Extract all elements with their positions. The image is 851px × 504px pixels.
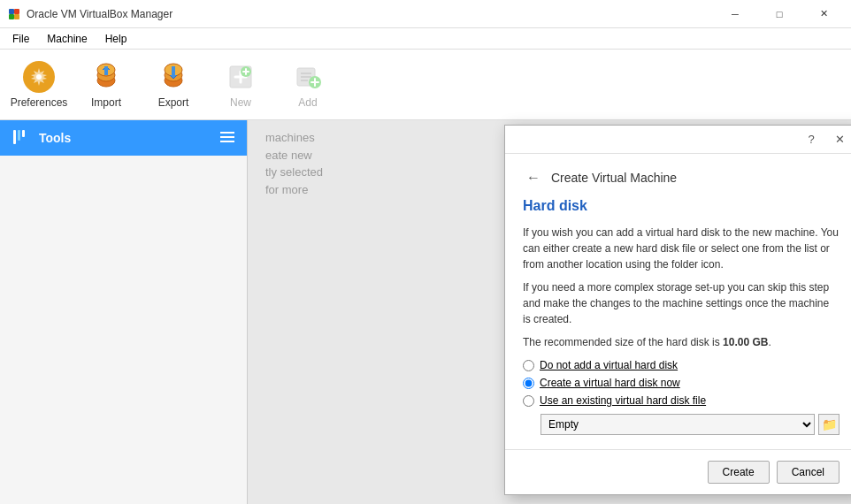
- dialog-nav-title: Create Virtual Machine: [551, 171, 677, 185]
- svg-rect-12: [172, 66, 175, 75]
- menu-bar: File Machine Help: [0, 28, 851, 50]
- dialog-body: ← Create Virtual Machine Hard disk If yo…: [505, 154, 851, 449]
- svg-rect-0: [9, 9, 14, 14]
- add-label: Add: [298, 96, 317, 109]
- preferences-button[interactable]: Preferences: [7, 54, 71, 116]
- sidebar: Tools: [0, 120, 248, 504]
- radio-existing-disk-label[interactable]: Use an existing virtual hard disk file: [540, 394, 706, 407]
- export-label: Export: [158, 96, 189, 109]
- svg-rect-25: [220, 141, 234, 142]
- create-vm-dialog: ? ✕ ← Create Virtual Machine Hard disk I…: [504, 125, 851, 495]
- tools-icon: [11, 126, 32, 150]
- preferences-icon: [23, 61, 55, 93]
- new-icon: [225, 61, 257, 93]
- dialog-para3: The recommended size of the hard disk is…: [523, 334, 840, 350]
- new-label: New: [230, 96, 251, 109]
- dialog-nav: ← Create Virtual Machine: [523, 168, 840, 187]
- radio-no-disk: Do not add a virtual hard disk: [523, 359, 840, 371]
- import-label: Import: [91, 96, 121, 109]
- radio-create-disk-input[interactable]: [523, 378, 534, 389]
- preferences-label: Preferences: [11, 96, 68, 109]
- content-area: machines eate new tly selected for more …: [248, 120, 851, 504]
- radio-existing-disk: Use an existing virtual hard disk file: [523, 394, 840, 407]
- dialog-para1: If you wish you can add a virtual hard d…: [523, 225, 840, 272]
- sidebar-header: Tools: [0, 120, 247, 156]
- title-bar: Oracle VM VirtualBox Manager ─ □ ✕: [0, 0, 851, 28]
- svg-rect-21: [18, 130, 20, 141]
- para3-suffix: .: [768, 336, 770, 348]
- para3-prefix: The recommended size of the hard disk is: [523, 336, 723, 348]
- disk-file-select[interactable]: Empty: [540, 414, 815, 435]
- menu-help[interactable]: Help: [96, 28, 136, 49]
- disk-file-row: Empty 📁: [540, 414, 840, 435]
- svg-rect-20: [13, 130, 16, 144]
- add-icon: [292, 61, 324, 93]
- window-controls: ─ □ ✕: [715, 0, 844, 28]
- toolbar: Preferences Import Export: [0, 50, 851, 120]
- folder-browse-button[interactable]: 📁: [818, 414, 840, 435]
- para3-size: 10.00 GB: [723, 336, 768, 348]
- import-button[interactable]: Import: [74, 54, 138, 116]
- dialog-para2: If you need a more complex storage set-u…: [523, 279, 840, 327]
- minimize-button[interactable]: ─: [715, 0, 755, 28]
- dialog-help-button[interactable]: ?: [801, 129, 822, 150]
- new-button[interactable]: New: [209, 54, 272, 116]
- cancel-button[interactable]: Cancel: [777, 461, 840, 484]
- create-button[interactable]: Create: [708, 461, 770, 484]
- radio-no-disk-label[interactable]: Do not add a virtual hard disk: [540, 359, 678, 371]
- sidebar-title: Tools: [39, 131, 71, 145]
- svg-rect-24: [220, 136, 234, 138]
- radio-create-disk-label[interactable]: Create a virtual hard disk now: [540, 377, 680, 389]
- dialog-section-title: Hard disk: [523, 198, 840, 214]
- export-button[interactable]: Export: [142, 54, 205, 116]
- svg-rect-2: [9, 14, 14, 19]
- add-button[interactable]: Add: [276, 54, 340, 116]
- radio-existing-disk-input[interactable]: [523, 395, 534, 407]
- folder-icon: 📁: [822, 417, 837, 431]
- export-icon: [157, 61, 189, 93]
- radio-no-disk-input[interactable]: [523, 360, 534, 371]
- dialog-footer: Create Cancel: [505, 449, 851, 494]
- dialog-overlay: ? ✕ ← Create Virtual Machine Hard disk I…: [248, 120, 851, 504]
- svg-rect-3: [14, 14, 19, 19]
- dialog-close-button[interactable]: ✕: [829, 129, 850, 150]
- svg-rect-8: [104, 66, 108, 75]
- maximize-button[interactable]: □: [759, 0, 800, 28]
- close-button[interactable]: ✕: [803, 0, 844, 28]
- dialog-titlebar: ? ✕: [505, 126, 851, 154]
- svg-rect-22: [22, 130, 25, 137]
- radio-create-disk: Create a virtual hard disk now: [523, 377, 840, 389]
- app-icon: [7, 7, 21, 21]
- svg-rect-23: [220, 132, 234, 134]
- svg-rect-1: [14, 9, 19, 14]
- menu-machine[interactable]: Machine: [38, 28, 96, 49]
- back-button[interactable]: ←: [523, 168, 544, 187]
- radio-group: Do not add a virtual hard disk Create a …: [523, 359, 840, 407]
- import-icon: [90, 61, 122, 93]
- menu-file[interactable]: File: [4, 28, 38, 49]
- sidebar-menu-icon[interactable]: [218, 128, 236, 149]
- main-area: Tools machines eate new tly selected for…: [0, 120, 851, 504]
- app-title: Oracle VM VirtualBox Manager: [27, 8, 715, 20]
